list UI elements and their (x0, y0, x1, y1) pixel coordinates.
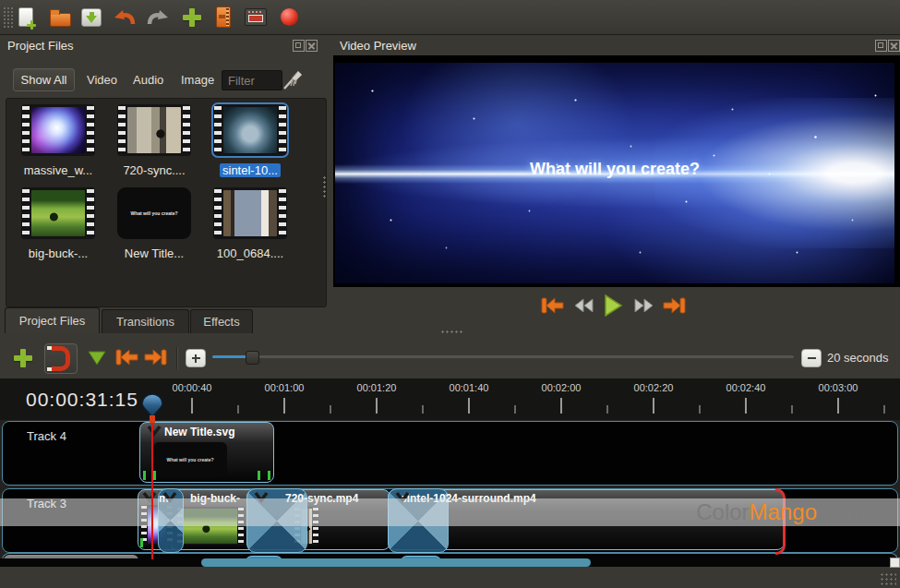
clip-title-thumbnail: What will you create? (153, 442, 227, 476)
starfield (335, 63, 336, 64)
ruler-tick-minor (791, 405, 793, 414)
scrollbar-handle[interactable] (201, 558, 591, 567)
clip-resize-grip[interactable] (143, 471, 146, 480)
open-project-button[interactable] (45, 3, 75, 31)
watermark-color: Color (696, 499, 749, 525)
horizontal-splitter-handle[interactable] (440, 330, 464, 334)
file-thumbnail-bigbuck[interactable] (21, 187, 95, 239)
track-4-label: Track 4 (27, 429, 66, 443)
file-name[interactable]: New Title... (110, 246, 198, 260)
close-preview-icon[interactable] (888, 40, 900, 52)
zoom-slider-handle[interactable] (246, 351, 259, 365)
previous-marker-button[interactable] (113, 345, 140, 369)
add-track-button[interactable] (9, 345, 37, 371)
play-button[interactable] (599, 294, 627, 318)
snapping-toggle-button[interactable] (44, 343, 78, 374)
jump-start-icon (540, 296, 564, 315)
rewind-icon (572, 297, 594, 314)
title-film-icon (216, 6, 231, 28)
clip-resize-grip[interactable] (153, 471, 156, 480)
jump-start-button[interactable] (538, 294, 566, 318)
record-export-icon (281, 8, 298, 26)
marker-icon (88, 351, 106, 366)
file-thumbnail-100-0684[interactable] (213, 187, 287, 239)
timeline-horizontal-scrollbar[interactable] (0, 558, 900, 567)
window-resize-grip[interactable] (880, 572, 896, 585)
save-icon (81, 8, 102, 27)
choose-profile-button[interactable] (241, 3, 270, 31)
ruler-tick-major (560, 398, 562, 414)
clip-resize-grip[interactable] (268, 471, 270, 480)
sintel-thumb-image (223, 107, 277, 153)
filter-image-button[interactable]: Image (175, 68, 220, 91)
undo-icon (114, 7, 136, 28)
undo-button[interactable] (110, 3, 139, 31)
720sync-thumb-image (127, 107, 181, 153)
fast-forward-button[interactable] (630, 294, 658, 318)
panel-splitter-handle[interactable] (322, 175, 327, 199)
clip-new-title[interactable]: New Title.svg What will you create? (139, 422, 274, 483)
clip-resize-grip[interactable] (258, 471, 260, 480)
open-folder-icon (50, 13, 71, 27)
track-4[interactable]: Track 4 New Title.svg What will you crea… (2, 421, 898, 486)
file-thumbnail-massive[interactable] (21, 104, 95, 156)
redo-button[interactable] (143, 3, 173, 31)
float-panel-icon[interactable] (293, 40, 305, 52)
export-video-button[interactable] (274, 3, 304, 31)
ruler-tick-major (837, 398, 839, 414)
playhead-line[interactable] (151, 420, 153, 559)
watermark-band: ColorMango.com (0, 498, 900, 526)
save-project-button[interactable] (77, 3, 106, 31)
ruler-tick-minor (237, 405, 239, 414)
add-track-icon (14, 349, 32, 367)
file-name[interactable]: big-buck-... (14, 246, 102, 260)
tab-effects[interactable]: Effects (190, 309, 253, 333)
float-preview-icon[interactable] (875, 40, 887, 52)
file-thumbnail-sintel-selected[interactable] (213, 104, 287, 156)
zoom-in-button[interactable] (186, 349, 206, 367)
ruler-tick-label: 00:02:40 (720, 382, 772, 393)
ruler-tick-label: 00:01:20 (351, 382, 402, 393)
timeline-ruler[interactable]: 00:00:31:15 00:00:40 00:01:00 00:01:20 0… (0, 378, 900, 420)
clip-resize-grip[interactable] (140, 538, 143, 547)
filter-video-button[interactable]: Video (81, 68, 123, 91)
openshot-window: Project Files Show All Video Audio Image (0, 0, 900, 588)
filter-audio-button[interactable]: Audio (127, 68, 169, 91)
file-name-selected[interactable]: sintel-10... (206, 163, 294, 177)
file-thumbnail-720sync[interactable] (117, 104, 191, 156)
video-frame[interactable]: What will you create? (335, 63, 894, 283)
file-thumbnail-newtitle[interactable]: What will you create? (117, 187, 191, 239)
zoom-out-button[interactable] (801, 349, 822, 367)
clear-filter-button[interactable] (282, 68, 304, 94)
tab-transitions[interactable]: Transitions (102, 309, 189, 333)
rewind-button[interactable] (570, 294, 597, 318)
close-panel-icon[interactable] (306, 40, 318, 52)
project-files-grid: massive_w... 720-sync.... sintel-10... W… (6, 98, 327, 307)
room-thumb-image (223, 190, 277, 236)
filter-input[interactable] (222, 70, 282, 90)
ruler-tick-minor (883, 405, 885, 414)
clip-new-title-label: New Title.svg (164, 426, 234, 438)
toolbar-separator (176, 347, 178, 369)
ruler-tick-major (653, 398, 654, 414)
file-name[interactable]: 720-sync.... (110, 163, 198, 177)
playhead-marker[interactable] (139, 392, 165, 427)
filter-show-all-button[interactable]: Show All (13, 68, 75, 91)
import-files-button[interactable] (177, 3, 207, 31)
file-name[interactable]: massive_w... (14, 163, 102, 177)
new-project-button[interactable] (11, 3, 41, 31)
project-files-title: Project Files (7, 39, 74, 53)
add-marker-button[interactable] (85, 347, 109, 369)
next-marker-button[interactable] (142, 345, 170, 369)
title-editor-button[interactable] (209, 3, 238, 31)
ruler-tick-major (745, 398, 747, 414)
jump-end-button[interactable] (661, 294, 689, 318)
tab-project-files[interactable]: Project Files (5, 307, 100, 333)
ruler-tick-label: 00:01:40 (443, 382, 495, 393)
watermark-com: .com (817, 499, 865, 525)
magnet-icon (52, 346, 70, 371)
video-preview-title: Video Preview (340, 39, 416, 53)
fast-forward-icon (633, 297, 655, 314)
file-name[interactable]: 100_0684.... (206, 246, 294, 260)
ruler-tick-major (468, 398, 470, 414)
